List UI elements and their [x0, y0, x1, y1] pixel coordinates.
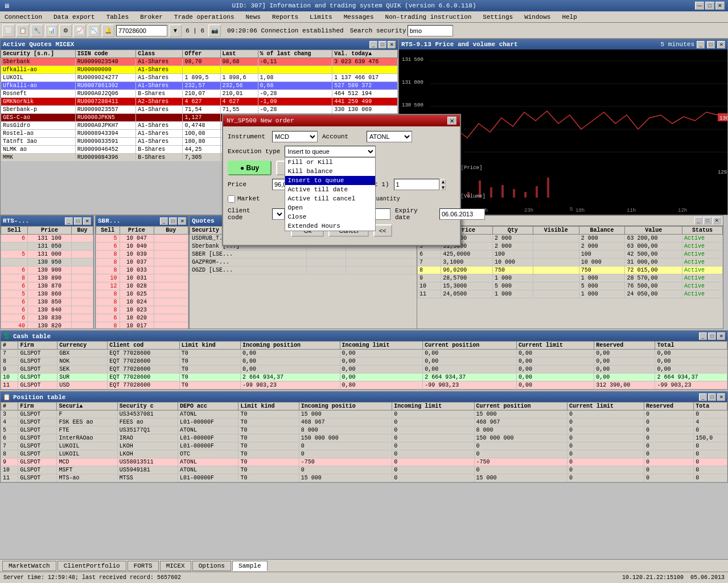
tab-marketwatch[interactable]: MarketWatch: [2, 561, 56, 571]
menu-limits[interactable]: Limits: [307, 13, 335, 21]
tab-micex[interactable]: MICEX: [160, 561, 191, 571]
list-item[interactable]: 8 10 023: [96, 306, 188, 314]
instrument-select[interactable]: MCD: [272, 131, 318, 142]
list-item[interactable]: 6 131 100: [1, 235, 93, 243]
table-row[interactable]: 8 GLSPOT LUKOIL LKOH OTC T0 0 0 0 0 0 0: [1, 450, 727, 458]
expiry-input[interactable]: [439, 208, 485, 220]
toolbar-btn-8[interactable]: 🔔: [102, 24, 114, 37]
quotes-table-row[interactable]: Sberbank RU0009023540 A1-Shares 98,70 98…: [1, 58, 398, 66]
toolbar-btn-5[interactable]: ⚙: [59, 24, 72, 37]
ticker-input[interactable]: [116, 25, 167, 36]
table-row[interactable]: 7 3,1000 10 000 10 000 31 000,00 Active: [418, 258, 723, 266]
table-row[interactable]: 9 GLSPOT SEK EQT 77028600 T0 0,00 0,00 0…: [1, 366, 727, 373]
menu-connection[interactable]: Connection: [2, 13, 44, 21]
tabled-close-btn[interactable]: ✕: [713, 217, 721, 224]
toolbar-btn-1[interactable]: ⬜: [2, 24, 15, 37]
minimize-button[interactable]: —: [695, 2, 704, 10]
list-item[interactable]: 12 10 028: [96, 282, 188, 290]
qty-input[interactable]: [394, 179, 439, 190]
quotes-table-row[interactable]: Ufkalli-ao RU00000000 A1-Shares: [1, 66, 398, 74]
quotes-maximize-btn[interactable]: □: [379, 41, 386, 48]
tab-options[interactable]: Options: [192, 561, 231, 571]
table-row[interactable]: 8 96,0200 750 750 72 015,00 Active: [418, 266, 723, 274]
exec-option-fillorkill[interactable]: Fill or Kill: [285, 158, 375, 167]
table-row[interactable]: 8 GLSPOT NOK EQT 77028600 T0 0,00 0,00 0…: [1, 358, 727, 366]
tab-forts[interactable]: FORTS: [127, 561, 159, 571]
rts2-max-btn[interactable]: □: [169, 217, 177, 225]
list-item[interactable]: 6 130 830: [1, 314, 93, 322]
toolbar-btn-6[interactable]: 📈: [73, 24, 86, 37]
table-row[interactable]: 5 GLSPOT FTE US35177Q1 ATONL T0 8 000 0 …: [1, 426, 727, 434]
exec-option-insertqueue[interactable]: Insert to queue: [285, 176, 375, 185]
quotes-table-row[interactable]: LUKOIL RU0009024277 A1-Shares 1 899,5 1 …: [1, 74, 398, 82]
list-item[interactable]: 10 10 031: [96, 274, 188, 282]
exec-type-dropdown[interactable]: Insert to queue Fill or Kill Kill balanc…: [285, 146, 376, 157]
table-row[interactable]: 4 31,6000 2 000 2 000 63 200,00 Active: [418, 235, 723, 243]
rts2-close-btn[interactable]: ✕: [178, 217, 186, 225]
list-item[interactable]: 6 130 900: [1, 266, 93, 274]
list-item[interactable]: 8 10 039: [96, 251, 188, 258]
exec-option-extended[interactable]: Extended Hours: [285, 221, 375, 231]
list-item[interactable]: 8 130 890: [1, 274, 93, 282]
list-item[interactable]: GAZPROM-...: [190, 258, 417, 266]
menu-messages[interactable]: Messages: [342, 13, 376, 21]
list-item[interactable]: 6 130 840: [1, 306, 93, 314]
table-row[interactable]: 11 GLSPOT USD EQT 77028600 T0 -99 903,23…: [1, 381, 727, 389]
table-row[interactable]: 3 GLSPOT F US34537081 ATONL T0 15 000 0 …: [1, 410, 727, 418]
menu-windows[interactable]: Windows: [522, 13, 553, 21]
table-row[interactable]: 9 28,5700 1 000 1 000 28 570,00 Active: [418, 274, 723, 282]
table-row[interactable]: 4 GLSPOT FSK EES ao FEES ao L01-00000F T…: [1, 418, 727, 426]
menu-trade-ops[interactable]: Trade operations: [172, 13, 237, 21]
table-row[interactable]: 11 24,0500 1 000 1 000 24 050,00 Active: [418, 290, 723, 298]
quotes-table-row[interactable]: Rosneft RU000A0J2Q06 B-Shares 210,07 210…: [1, 90, 398, 98]
table-row[interactable]: 6 425,0000 100 100 42 500,00 Active: [418, 251, 723, 258]
table-row[interactable]: 7 GLSPOT GBX EQT 77028600 T0 0,00 0,00 0…: [1, 350, 727, 358]
chart-maximize-btn[interactable]: □: [707, 41, 715, 48]
menu-reports[interactable]: Reports: [270, 13, 301, 21]
list-item[interactable]: 5 131 000: [1, 251, 93, 258]
list-item[interactable]: 6 10 020: [96, 314, 188, 322]
quotes-table-row[interactable]: Ufkalli-ao RU0007861302 A1-Shares 232,57…: [1, 82, 398, 90]
table-row[interactable]: 6 GLSPOT InterRAOao IRAO L01-00000F T0 1…: [1, 434, 727, 442]
table-row[interactable]: 9 GLSPOT MCD US58013511 ATONL T0 -750 0 …: [1, 458, 727, 466]
market-checkbox[interactable]: [228, 195, 235, 203]
list-item[interactable]: 8 10 017: [96, 322, 188, 330]
account-select[interactable]: ATONL: [367, 131, 412, 142]
cash-min-btn[interactable]: _: [699, 332, 707, 340]
pos-close-btn[interactable]: ✕: [717, 393, 725, 401]
table-row[interactable]: 11 GLSPOT MTS-ao MTSS L01-00000F T0 15 0…: [1, 474, 727, 482]
rts1-min-btn[interactable]: _: [65, 217, 73, 225]
quotes-minimize-btn[interactable]: _: [369, 41, 377, 48]
tabled-max-btn[interactable]: □: [704, 217, 711, 224]
rts1-close-btn[interactable]: ✕: [83, 217, 91, 225]
list-item[interactable]: 6 130 850: [1, 298, 93, 306]
table-row[interactable]: 10 GLSPOT SUR EQT 77028600 T0 2 664 934,…: [1, 373, 727, 381]
quotes-table-row[interactable]: GMKNorNik RU0007288411 A2-Shares 4 627 4…: [1, 98, 398, 106]
list-item[interactable]: 5 10 047: [96, 235, 188, 243]
table-row[interactable]: 5 31,5000 2 000 2 000 63 000,00 Active: [418, 243, 723, 251]
new-order-dialog[interactable]: NY_SP500 New order ✕ Instrument MCD Acco…: [222, 114, 461, 246]
qty-up-btn[interactable]: ▲: [441, 179, 446, 184]
chart-button[interactable]: 📷: [208, 24, 221, 37]
rts1-max-btn[interactable]: □: [74, 217, 82, 225]
nav-button[interactable]: <<: [373, 224, 392, 237]
exec-type-select[interactable]: Insert to queue: [285, 146, 376, 157]
table-row[interactable]: 7 GLSPOT LUKOIL LKOH L01-00000F T0 0 0 0…: [1, 442, 727, 450]
list-item[interactable]: 8 10 037: [96, 258, 188, 266]
maximize-button[interactable]: □: [705, 2, 714, 10]
quotes-close-btn[interactable]: ✕: [388, 41, 396, 48]
toolbar-btn-3[interactable]: 🔧: [31, 24, 43, 37]
close-button[interactable]: ✕: [715, 2, 725, 10]
menu-non-trading[interactable]: Non-trading instruction: [383, 13, 474, 21]
list-item[interactable]: 8 10 024: [96, 298, 188, 306]
market-checkbox-label[interactable]: Market: [228, 195, 260, 203]
toolbar-btn-7[interactable]: 📉: [88, 24, 100, 37]
menu-tables[interactable]: Tables: [104, 13, 131, 21]
menu-data-export[interactable]: Data export: [51, 13, 97, 21]
cash-max-btn[interactable]: □: [708, 332, 716, 340]
list-item[interactable]: 40 130 820: [1, 322, 93, 330]
exec-option-open[interactable]: Open: [285, 203, 375, 212]
quotes-table-row[interactable]: Sberbank-p RU0009023557 A1-Shares 71,54 …: [1, 106, 398, 114]
search-input[interactable]: [408, 25, 453, 36]
ticker-go-button[interactable]: ▼: [169, 24, 182, 37]
